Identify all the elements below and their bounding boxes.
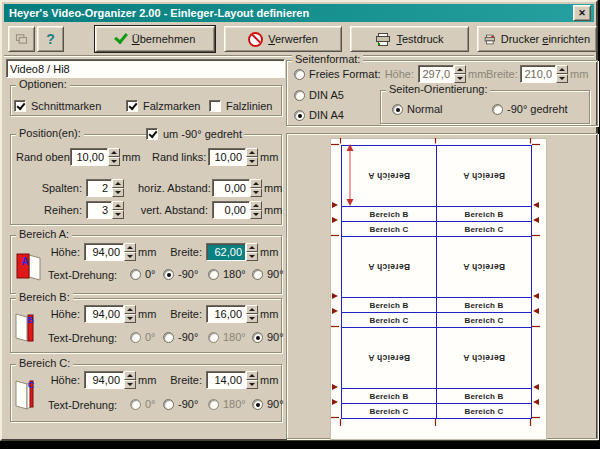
up-arrow-icon bbox=[127, 246, 133, 249]
field-spalten: Spalten: bbox=[16, 179, 124, 197]
spin-down-button[interactable] bbox=[124, 380, 136, 389]
checkbox-box bbox=[209, 100, 221, 112]
spin-down-button[interactable] bbox=[246, 157, 258, 166]
up-arrow-icon bbox=[249, 151, 255, 154]
checkbox-falzmarken[interactable]: Falzmarken bbox=[126, 99, 202, 112]
preview-area-a: Bereich A bbox=[437, 237, 531, 298]
spin-up-button[interactable] bbox=[250, 179, 262, 188]
rand-links-input[interactable] bbox=[208, 148, 246, 166]
checkbox-schnittmarken[interactable]: Schnittmarken bbox=[14, 99, 103, 112]
radio-normal[interactable]: Normal bbox=[392, 103, 442, 115]
c-radio-90[interactable]: 90° bbox=[252, 398, 284, 410]
spalten-spinner bbox=[112, 179, 124, 197]
b-radio-90[interactable]: 90° bbox=[252, 331, 284, 343]
rand-oben-input[interactable] bbox=[70, 148, 108, 166]
spin-up-button[interactable] bbox=[124, 305, 136, 314]
checkbox-box bbox=[126, 100, 138, 112]
spin-up-button[interactable] bbox=[124, 371, 136, 380]
spin-down-button[interactable] bbox=[246, 314, 258, 323]
a-radio-180[interactable]: 180° bbox=[208, 268, 246, 280]
apply-button[interactable]: Übernehmen bbox=[95, 26, 215, 52]
checkbox-falzlinien[interactable]: Falzlinien bbox=[209, 99, 274, 112]
horiz-abstand-input[interactable] bbox=[212, 179, 250, 197]
c-breite-input[interactable] bbox=[206, 371, 246, 389]
spin-up-button[interactable] bbox=[246, 243, 258, 252]
checkbox-rotated[interactable]: um -90° gedreht bbox=[146, 127, 244, 140]
window-mode-button[interactable] bbox=[8, 26, 35, 52]
spin-down-button[interactable] bbox=[250, 210, 262, 219]
spin-up-button bbox=[556, 65, 568, 74]
a-breite-input[interactable] bbox=[206, 243, 246, 261]
spin-up-button[interactable] bbox=[112, 201, 124, 210]
svg-text:C: C bbox=[28, 380, 35, 390]
seite-breite-input bbox=[520, 65, 556, 83]
radio-minus90-gedreht[interactable]: -90° gedreht bbox=[492, 103, 568, 115]
spin-down-button[interactable] bbox=[250, 188, 262, 197]
preview-area-a: Bereich A bbox=[437, 146, 531, 207]
bereich-c-icon: C bbox=[13, 373, 43, 417]
a-breite-spinner bbox=[246, 243, 258, 261]
b-radio-minus90[interactable]: -90° bbox=[163, 331, 198, 343]
preview-cell: Bereich A Bereich B Bereich C bbox=[341, 236, 437, 328]
a-radio-minus90[interactable]: -90° bbox=[163, 268, 198, 280]
reihen-spinner bbox=[112, 201, 124, 219]
b-hoehe-input[interactable] bbox=[84, 305, 124, 323]
spin-up-button[interactable] bbox=[250, 201, 262, 210]
radio-circle bbox=[208, 332, 219, 343]
down-arrow-icon bbox=[457, 77, 463, 80]
radio-din-a5[interactable]: DIN A5 bbox=[294, 89, 344, 101]
a-hoehe-spinner bbox=[124, 243, 136, 261]
reihen-input[interactable] bbox=[86, 201, 112, 219]
rand-oben-spinner bbox=[108, 148, 120, 166]
close-button[interactable]: ✕ bbox=[573, 5, 591, 21]
check-icon bbox=[149, 128, 158, 137]
spin-up-button[interactable] bbox=[112, 179, 124, 188]
spin-up-button[interactable] bbox=[246, 148, 258, 157]
spin-down-button[interactable] bbox=[246, 380, 258, 389]
check-icon bbox=[129, 100, 138, 109]
spin-up-button[interactable] bbox=[124, 243, 136, 252]
orientierung-group-label: Seiten-Orientierung: bbox=[386, 83, 490, 95]
testprint-button[interactable]: Testdruck bbox=[350, 26, 469, 52]
spin-up-button[interactable] bbox=[108, 148, 120, 157]
a-radio-0[interactable]: 0° bbox=[130, 268, 156, 280]
help-button[interactable]: ? bbox=[37, 26, 64, 52]
c-breite-spinner bbox=[246, 371, 258, 389]
field-c-hoehe: Höhe: mm bbox=[48, 371, 156, 389]
spin-down-button[interactable] bbox=[108, 157, 120, 166]
radio-freies-format[interactable]: Freies Format: bbox=[294, 68, 381, 80]
up-arrow-icon bbox=[115, 204, 121, 207]
printer-setup-button[interactable]: Drucker einrichten bbox=[477, 26, 597, 52]
radio-circle bbox=[294, 110, 305, 121]
spin-down-button[interactable] bbox=[246, 252, 258, 261]
spalten-input[interactable] bbox=[86, 179, 112, 197]
field-vert-abstand: vert. Abstand: mm bbox=[138, 201, 282, 219]
c-radio-minus90[interactable]: -90° bbox=[163, 398, 198, 410]
vert-abstand-input[interactable] bbox=[212, 201, 250, 219]
preview-area-a: Bereich A bbox=[342, 237, 436, 298]
titlebar[interactable]: Heyer's Video-Organizer 2.00 - Einleger-… bbox=[4, 4, 594, 22]
up-arrow-icon bbox=[559, 68, 565, 71]
spin-up-button[interactable] bbox=[246, 305, 258, 314]
spin-down-button[interactable] bbox=[112, 188, 124, 197]
a-radio-90[interactable]: 90° bbox=[252, 268, 284, 280]
preview-page: Bereich A Bereich B Bereich C Bereich A … bbox=[330, 138, 547, 440]
seite-hoehe-spinner bbox=[454, 65, 466, 83]
spin-up-button[interactable] bbox=[246, 371, 258, 380]
layout-name-input[interactable] bbox=[6, 59, 285, 78]
preview-area-c: Bereich C bbox=[437, 404, 531, 418]
field-seite-hoehe: Höhe: mm bbox=[382, 65, 486, 83]
spin-down-button[interactable] bbox=[124, 252, 136, 261]
b-breite-input[interactable] bbox=[206, 305, 246, 323]
vert-abstand-spinner bbox=[250, 201, 262, 219]
c-hoehe-input[interactable] bbox=[84, 371, 124, 389]
c-radio-0: 0° bbox=[130, 398, 156, 410]
up-arrow-icon bbox=[111, 151, 117, 154]
discard-button[interactable]: Verwerfen bbox=[224, 26, 342, 52]
spin-down-button[interactable] bbox=[124, 314, 136, 323]
down-arrow-icon bbox=[249, 317, 255, 320]
a-hoehe-input[interactable] bbox=[84, 243, 124, 261]
radio-din-a4[interactable]: DIN A4 bbox=[294, 109, 344, 121]
preview-area-a: Bereich A bbox=[437, 328, 531, 389]
spin-down-button[interactable] bbox=[112, 210, 124, 219]
